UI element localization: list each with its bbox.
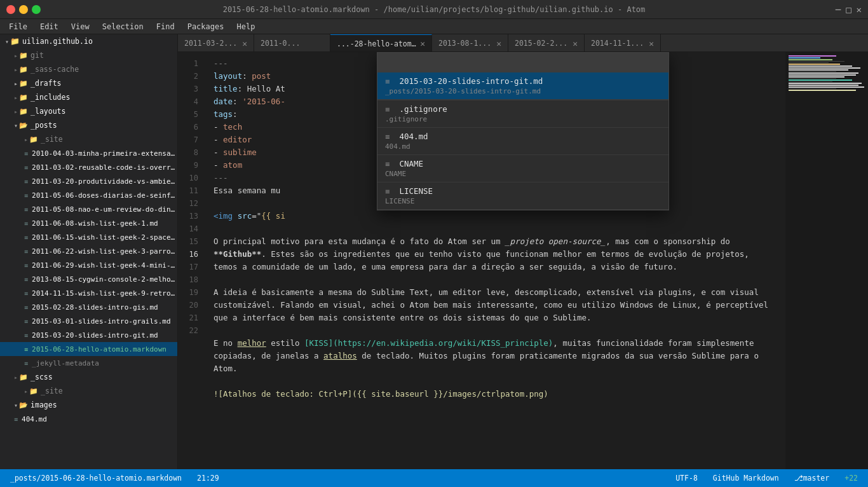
fuzzy-item-path: _posts/2015-03-20-slides-intro-git.md	[385, 87, 661, 95]
line-num: 11	[178, 184, 198, 197]
list-item[interactable]: ≡ 2011-06-22-wish-list-geek-3-parrot-ar-	[0, 244, 177, 258]
tab-2011-0[interactable]: 2011-0...	[254, 34, 330, 52]
code-line	[214, 401, 785, 413]
list-item[interactable]: ≡ 2011-03-20-produtividade-vs-ambiend	[0, 174, 177, 188]
sidebar-label: 2010-04-03-minha-primeira-extensao-j	[32, 149, 177, 158]
tab-close-icon[interactable]: ✕	[420, 39, 425, 48]
list-item[interactable]: ≡ 2015-06-28-hello-atomio.markdown	[0, 342, 177, 356]
file-icon: ≡	[24, 346, 28, 353]
menu-help[interactable]: Help	[230, 20, 261, 33]
list-item[interactable]: ≡ 404.md	[0, 412, 177, 426]
minimize-button[interactable]	[19, 5, 28, 14]
sidebar-item-scss[interactable]: ▸ 📁 _scss	[0, 370, 177, 384]
tab-close-icon[interactable]: ✕	[496, 39, 501, 48]
list-item[interactable]: ≡ 2011-06-08-wish-list-geek-1.md	[0, 216, 177, 230]
sidebar-label: 2015-03-01-slides-intro-grails.md	[32, 317, 171, 326]
file-icon: ≡	[24, 290, 28, 297]
list-item[interactable]: ≡ 2015-02-28-slides-intro-gis.md	[0, 300, 177, 314]
folder-icon: 📁	[19, 93, 28, 102]
status-changes[interactable]: +22	[841, 469, 862, 487]
line-num: 5	[178, 108, 198, 121]
close-button[interactable]	[6, 5, 15, 14]
sidebar-item-posts[interactable]: ▾ 📂 _posts	[0, 118, 177, 132]
tab-2013-08[interactable]: 2013-08-1... ✕	[432, 34, 508, 52]
tab-close-icon[interactable]: ✕	[649, 39, 654, 48]
list-item[interactable]: ≡ 2011-03-02-reusable-code-is-overratec	[0, 160, 177, 174]
list-item[interactable]: ≡ 2015-03-20-slides-intro-git.md	[0, 328, 177, 342]
sidebar-item-includes[interactable]: ▸ 📁 _includes	[0, 90, 177, 104]
fuzzy-result-item[interactable]: ≡ .gitignore .gitignore	[377, 100, 668, 128]
tab-2011-03[interactable]: 2011-03-2... ✕	[178, 34, 254, 52]
win-close-icon[interactable]: ✕	[857, 4, 862, 15]
status-encoding[interactable]: UTF-8	[672, 469, 702, 487]
sidebar-label: 2015-06-28-hello-atomio.markdown	[32, 345, 166, 353]
code-line	[214, 273, 785, 286]
sidebar-item-posts-site[interactable]: ▸ 📁 _site	[0, 132, 177, 146]
list-item[interactable]: ≡ 2011-06-15-wish-list-geek-2-spacerail-	[0, 230, 177, 244]
list-item[interactable]: ≡ 2015-03-01-slides-intro-grails.md	[0, 314, 177, 328]
line-numbers: 1 2 3 4 5 6 7 8 9 10 11 12 13 14 15 16 1…	[178, 52, 203, 469]
tab-close-icon[interactable]: ✕	[242, 39, 247, 48]
file-icon: ≡	[24, 332, 28, 339]
status-file-path[interactable]: _posts/2015-06-28-hello-atomio.markdown	[6, 469, 186, 487]
sidebar-item-drafts[interactable]: ▸ 📁 _drafts	[0, 76, 177, 90]
sidebar-label: 2011-06-15-wish-list-geek-2-spacerail-	[32, 233, 177, 242]
win-min-icon[interactable]: ─	[836, 4, 841, 15]
sidebar-item-sass-cache[interactable]: ▸ 📁 _sass-cache	[0, 62, 177, 76]
list-item[interactable]: ≡ 2013-08-15-cygwin-console-2-melhora	[0, 272, 177, 286]
menu-selection[interactable]: Selection	[96, 20, 150, 33]
menu-find[interactable]: Find	[150, 20, 181, 33]
sidebar-item-images[interactable]: ▾ 📂 images	[0, 398, 177, 412]
code-line: <img src="{{ si	[214, 210, 785, 223]
sidebar-label: images	[31, 401, 57, 409]
arrow-icon: ▸	[14, 80, 18, 87]
fuzzy-item-name: 404.md	[399, 132, 428, 141]
fuzzy-result-item[interactable]: ≡ 404.md 404.md	[377, 128, 668, 155]
menu-edit[interactable]: Edit	[34, 20, 65, 33]
list-item[interactable]: ≡ 2010-04-03-minha-primeira-extensao-j	[0, 146, 177, 160]
fuzzy-result-item[interactable]: ≡ LICENSE LICENSE	[377, 182, 668, 210]
list-item[interactable]: ≡ _jekyll-metadata	[0, 356, 177, 370]
fuzzy-result-item[interactable]: ≡ CNAME CNAME	[377, 155, 668, 182]
sidebar-item-layouts[interactable]: ▸ 📁 _layouts	[0, 104, 177, 118]
menu-file[interactable]: File	[3, 20, 34, 33]
sidebar-item-scss-site[interactable]: ▸ 📁 _site	[0, 384, 177, 398]
list-item[interactable]: ≡ 2011-05-06-doses-diarias-de-seinfeld.r	[0, 188, 177, 202]
sidebar-label: 2014-11-15-wish-list-geek-9-retron-5.n	[32, 289, 177, 298]
line-num: 6	[178, 121, 198, 134]
fuzzy-search-input[interactable]	[377, 53, 668, 72]
branch-icon: ⎇	[794, 474, 803, 483]
status-line-col[interactable]: 21:29	[193, 469, 223, 487]
tab-close-icon[interactable]: ✕	[573, 39, 578, 48]
list-item[interactable]: ≡ 2011-05-08-nao-e-um-review-do-dingo	[0, 202, 177, 216]
status-syntax[interactable]: GitHub Markdown	[709, 469, 783, 487]
tab-hello-atomio[interactable]: ...-28-hello-atomio.... ✕	[330, 34, 432, 52]
tab-2015-02[interactable]: 2015-02-2... ✕	[508, 34, 585, 52]
sidebar-item-git[interactable]: ▸ 📁 git	[0, 48, 177, 62]
sidebar-root[interactable]: ▾ 📁 uilian.github.io	[0, 34, 177, 48]
list-item[interactable]: ≡ 2011-06-29-wish-list-geek-4-mini-arcai	[0, 258, 177, 272]
list-item[interactable]: ≡ 2014-11-15-wish-list-geek-9-retron-5.n	[0, 286, 177, 300]
file-icon: ≡	[24, 304, 28, 311]
menu-view[interactable]: View	[65, 20, 96, 33]
code-line: customizável. Falando em visual, achei o…	[214, 299, 785, 312]
minimap	[785, 52, 868, 469]
branch-name: master	[803, 474, 830, 483]
tab-name: 2014-11-1...	[591, 39, 645, 48]
fuzzy-item-name: 2015-03-20-slides-intro-git.md	[399, 76, 543, 86]
line-num: 16	[178, 248, 198, 261]
sidebar-label: 2011-06-29-wish-list-geek-4-mini-arcai	[32, 261, 177, 270]
menu-packages[interactable]: Packages	[181, 20, 231, 33]
line-num: 8	[178, 146, 198, 159]
status-branch[interactable]: ⎇ master	[790, 469, 834, 487]
code-line: ![Atalhos de teclado: Ctrl+P]({{ site.ba…	[214, 388, 785, 401]
tab-2014-11[interactable]: 2014-11-1... ✕	[585, 34, 661, 52]
tab-name: 2015-02-2...	[515, 39, 569, 48]
line-num: 13	[178, 210, 198, 223]
file-icon: ≡	[24, 262, 28, 269]
line-num: 20	[178, 299, 198, 312]
fuzzy-result-item[interactable]: ≡ 2015-03-20-slides-intro-git.md _posts/…	[377, 72, 668, 100]
maximize-button[interactable]	[32, 5, 41, 14]
sidebar-label: _layouts	[31, 107, 65, 116]
win-max-icon[interactable]: □	[846, 4, 851, 15]
